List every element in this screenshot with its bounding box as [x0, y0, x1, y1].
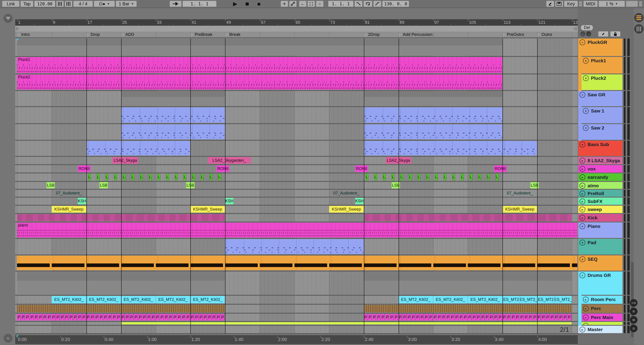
- clip-L[interactable]: L: [383, 174, 386, 181]
- punch-in-button[interactable]: [355, 1, 362, 7]
- clip-P[interactable]: P: [121, 314, 125, 320]
- clip-ES_MT2[interactable]: ES_MT2: [502, 296, 520, 303]
- track-header-Perc Main[interactable]: ▸Perc Main: [582, 314, 622, 321]
- unfold-track-icon[interactable]: ▸: [580, 327, 585, 332]
- clip-RONII[interactable]: RONII: [216, 165, 229, 172]
- arrangement-view-button[interactable]: [634, 13, 644, 23]
- track-header-SubFX[interactable]: ▸SubFX: [578, 198, 622, 205]
- clip-P[interactable]: P: [377, 314, 381, 320]
- clip-ES_MT2_[interactable]: ES_MT2_: [555, 296, 572, 303]
- clip-L[interactable]: L: [470, 174, 472, 181]
- clip-P[interactable]: P: [26, 314, 30, 320]
- clip-L[interactable]: L: [400, 174, 403, 181]
- clip-P[interactable]: P: [485, 314, 489, 320]
- unfold-track-icon[interactable]: ▸: [580, 174, 585, 180]
- loop-start-arrow-icon[interactable]: ▷: [16, 26, 19, 31]
- clip-L[interactable]: L: [392, 174, 394, 181]
- unfold-track-icon[interactable]: ▸: [580, 158, 585, 164]
- locator-drop[interactable]: ▷Drop: [87, 32, 100, 38]
- loop-end-arrow-icon[interactable]: ◁: [573, 26, 576, 31]
- clip-P[interactable]: P: [221, 314, 224, 320]
- unfold-track-icon[interactable]: ▸: [580, 215, 585, 221]
- clip-ES_MT2_Kit02_[interactable]: ES_MT2_Kit02_: [468, 296, 502, 303]
- clip-P[interactable]: P: [390, 314, 394, 320]
- clip-ES_MT2_[interactable]: ES_MT2_: [520, 296, 537, 303]
- clip-P[interactable]: P: [555, 314, 558, 320]
- clip-L[interactable]: L: [158, 174, 160, 181]
- pen-button[interactable]: [598, 31, 608, 37]
- clip-P[interactable]: P: [126, 314, 129, 320]
- track-header-Pluck2[interactable]: ▾Pluck2: [582, 74, 622, 90]
- clip-P[interactable]: P: [568, 314, 572, 320]
- clip-L[interactable]: L: [218, 174, 221, 181]
- play-button[interactable]: ▶: [230, 1, 240, 7]
- show-mixer-button[interactable]: ≈: [4, 334, 12, 343]
- fold-track-icon[interactable]: ▾: [580, 142, 585, 147]
- track-lane-atmo[interactable]: LSBLSBLSBLSBLSB: [15, 182, 578, 189]
- unfold-track-icon[interactable]: ▸: [583, 297, 589, 302]
- clip-P[interactable]: P: [516, 314, 519, 320]
- track-header-8 LSA2_Skyga[interactable]: ▸8 LSA2_Skyga: [578, 157, 622, 164]
- locator-2drop[interactable]: ▷2Drop: [364, 32, 380, 38]
- clip-L[interactable]: L: [88, 174, 91, 181]
- time-signature-field[interactable]: 4 / 4: [74, 1, 93, 7]
- nudge-up-icon[interactable]: [65, 1, 72, 7]
- clip-RONII[interactable]: RONII: [494, 165, 507, 172]
- clip-P[interactable]: P: [420, 314, 424, 320]
- clip-P[interactable]: P: [498, 314, 502, 320]
- clip-P[interactable]: P: [476, 314, 480, 320]
- locator-preoutro[interactable]: ▷PreOutro: [503, 32, 524, 38]
- track-header-Saw 2[interactable]: ▾Saw 2: [582, 124, 622, 140]
- locator-flag-icon[interactable]: ▷: [364, 32, 368, 37]
- track-header-Saw GR[interactable]: ≡Saw GR: [578, 91, 622, 106]
- clip-P[interactable]: P: [34, 314, 38, 320]
- fold-track-icon[interactable]: ▾: [580, 256, 585, 262]
- clip-P[interactable]: P: [550, 314, 554, 320]
- fold-track-icon[interactable]: ▾: [583, 58, 589, 64]
- locator-flag-icon[interactable]: ▷: [538, 32, 541, 37]
- beat-time-ruler[interactable]: 191725334149576573818997105113121129: [15, 19, 578, 26]
- clip-P[interactable]: P: [74, 314, 77, 320]
- clip-P[interactable]: P: [398, 314, 402, 320]
- clip-L[interactable]: L: [210, 174, 212, 181]
- clip-P[interactable]: P: [100, 314, 103, 320]
- track-lane-Kick[interactable]: [15, 214, 578, 222]
- clip-L[interactable]: L: [487, 174, 490, 181]
- clip-seq[interactable]: [17, 256, 577, 270]
- track-lane-Pluck1[interactable]: Pluck1: [15, 57, 578, 74]
- clip-P[interactable]: P: [104, 314, 108, 320]
- clip-P[interactable]: P: [364, 314, 368, 320]
- clip-L[interactable]: L: [114, 174, 117, 181]
- clip-ES_MT2_Kit02_[interactable]: ES_MT2_Kit02_: [121, 296, 156, 303]
- quantize-menu[interactable]: 1 Bar▼: [116, 1, 136, 7]
- group-fold-icon[interactable]: ≡: [580, 40, 585, 45]
- show-browser-button[interactable]: [4, 14, 12, 23]
- clip-P[interactable]: P: [160, 314, 164, 320]
- track-lane-Pad[interactable]: [15, 239, 578, 254]
- show-io-button[interactable]: I·O: [630, 299, 638, 307]
- clip-P[interactable]: P: [481, 314, 485, 320]
- clip-saw[interactable]: [364, 107, 502, 123]
- clip-P[interactable]: P: [563, 314, 567, 320]
- clip-P[interactable]: P: [442, 314, 446, 320]
- track-lane-Perc Main[interactable]: PPPPPPPPPPPPPPPPPPPPPPPPPPPPPPPPPPPPPPPP…: [15, 314, 578, 321]
- locator-flag-icon[interactable]: ▷: [122, 32, 125, 37]
- clip-gsum[interactable]: [121, 91, 225, 106]
- track-header-Pad[interactable]: ▾Pad: [578, 239, 622, 254]
- track-lane-sweep[interactable]: KSHMR_SweepKSHMR_SweepKSHMR_SweepKSHMR_S…: [15, 206, 578, 213]
- fold-track-icon[interactable]: ▾: [583, 108, 589, 114]
- track-lane-Master[interactable]: [15, 326, 578, 333]
- clip-P[interactable]: P: [52, 314, 56, 320]
- clip-kick[interactable]: [364, 214, 572, 221]
- show-returns-button[interactable]: R: [630, 307, 638, 315]
- fold-track-icon[interactable]: ▾: [583, 75, 589, 81]
- clip-P[interactable]: P: [195, 314, 198, 320]
- undo-arrow-button[interactable]: ←: [580, 31, 585, 36]
- clip-L[interactable]: L: [184, 174, 186, 181]
- clip-LSB[interactable]: LSB: [100, 182, 108, 188]
- clip-P[interactable]: P: [143, 314, 146, 320]
- re-enable-automation-button[interactable]: [289, 1, 296, 7]
- clip-P[interactable]: P: [528, 314, 532, 320]
- clip-P[interactable]: P: [394, 314, 398, 320]
- clip-L[interactable]: L: [166, 174, 169, 181]
